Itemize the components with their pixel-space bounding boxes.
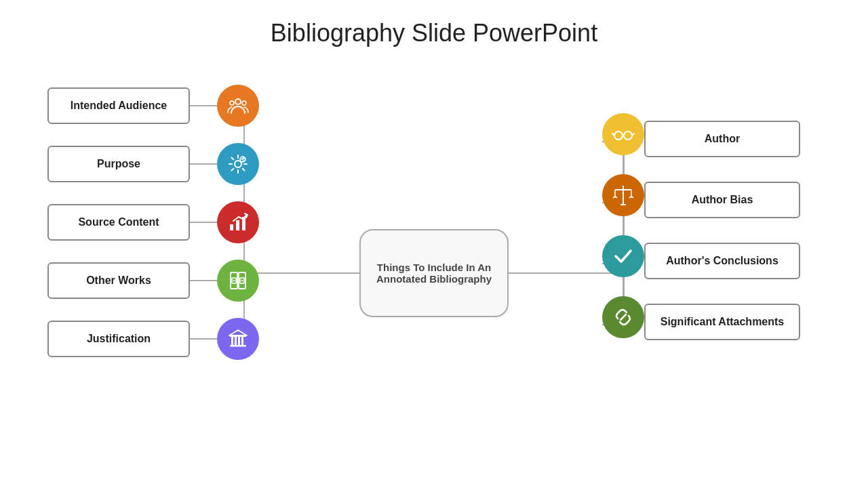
intended-audience-box: Intended Audience xyxy=(47,87,190,124)
svg-point-5 xyxy=(230,101,234,105)
svg-point-25 xyxy=(614,131,623,140)
svg-point-17 xyxy=(241,280,243,281)
svg-rect-9 xyxy=(230,224,233,230)
justification-box: Justification xyxy=(47,321,190,357)
authors-conclusions-box: Author's Conclusions xyxy=(644,243,800,279)
left-item-justification: Justification xyxy=(47,318,259,360)
significant-attachments-icon-circle xyxy=(602,296,644,338)
right-item-significant-attachments: Significant Attachments xyxy=(644,304,800,340)
author-icon-circle xyxy=(602,113,644,155)
diagram-layout: Intended Audience Purpose xyxy=(34,70,834,476)
authors-conclusions-icon-circle xyxy=(602,235,644,277)
svg-rect-20 xyxy=(231,337,233,345)
svg-rect-21 xyxy=(235,337,237,345)
connector-purpose xyxy=(190,163,217,165)
other-works-box: Other Works xyxy=(47,262,190,299)
svg-point-7 xyxy=(235,161,241,167)
connector-source-content xyxy=(190,222,217,223)
left-item-purpose: Purpose xyxy=(47,143,259,185)
source-content-box: Source Content xyxy=(47,204,190,241)
other-works-icon-circle xyxy=(217,260,259,302)
right-item-author-bias: Author Bias xyxy=(644,182,800,218)
svg-rect-10 xyxy=(236,220,239,230)
left-item-source-content: Source Content xyxy=(47,201,259,243)
author-box: Author xyxy=(644,121,800,157)
purpose-icon-circle xyxy=(217,143,259,185)
svg-rect-19 xyxy=(230,336,246,337)
svg-point-6 xyxy=(242,101,246,105)
author-bias-icon-circle xyxy=(602,174,644,216)
center-box: Things To Include In An Annotated Biblio… xyxy=(359,229,509,317)
right-item-authors-conclusions: Author's Conclusions xyxy=(644,243,800,279)
svg-rect-23 xyxy=(241,337,243,345)
left-item-other-works: Other Works xyxy=(47,260,259,302)
svg-point-4 xyxy=(235,99,241,104)
right-item-author: Author xyxy=(644,121,800,157)
svg-point-16 xyxy=(233,280,235,281)
purpose-box: Purpose xyxy=(47,146,190,182)
page-title: Bibliography Slide PowerPoint xyxy=(0,0,868,60)
connector-intended-audience xyxy=(190,105,217,106)
svg-rect-22 xyxy=(238,337,240,345)
author-bias-box: Author Bias xyxy=(644,182,800,218)
svg-marker-18 xyxy=(229,330,247,336)
source-content-icon-circle xyxy=(217,201,259,243)
svg-point-26 xyxy=(624,131,632,140)
left-item-intended-audience: Intended Audience xyxy=(47,85,259,127)
connector-justification xyxy=(190,338,217,340)
justification-icon-circle xyxy=(217,318,259,360)
connector-other-works xyxy=(190,280,217,281)
svg-rect-24 xyxy=(230,345,246,347)
significant-attachments-box: Significant Attachments xyxy=(644,304,800,340)
intended-audience-icon-circle xyxy=(217,85,259,127)
